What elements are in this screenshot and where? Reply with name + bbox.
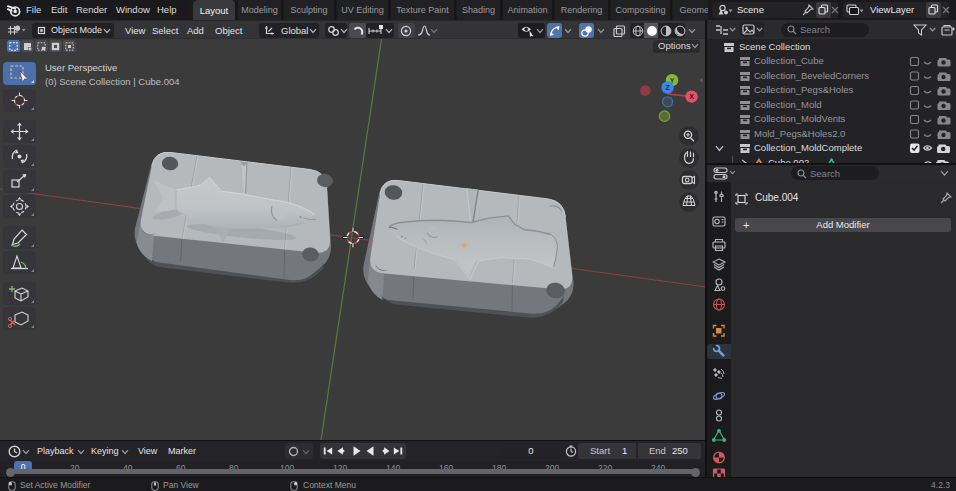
svg-text:X: X [689, 93, 694, 100]
svg-text:Z: Z [665, 84, 670, 91]
